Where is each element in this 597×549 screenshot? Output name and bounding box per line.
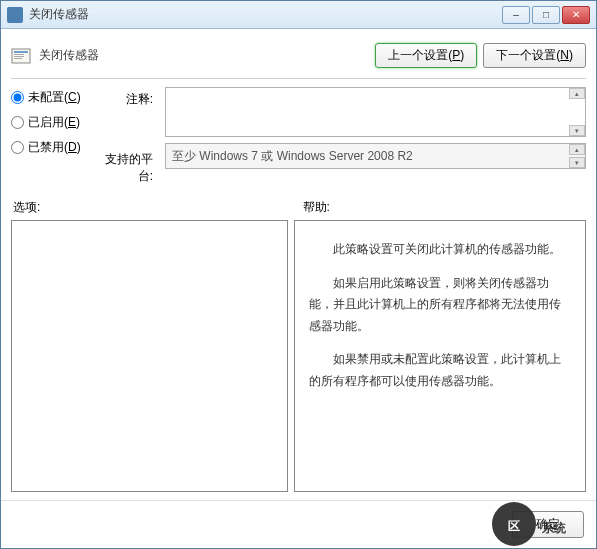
help-panel[interactable]: 此策略设置可关闭此计算机的传感器功能。 如果启用此策略设置，则将关闭传感器功能，… bbox=[294, 220, 587, 492]
svg-rect-3 bbox=[14, 56, 24, 57]
maximize-button[interactable]: □ bbox=[532, 6, 560, 24]
help-label: 帮助: bbox=[299, 199, 587, 216]
app-icon bbox=[7, 7, 23, 23]
platform-field: 至少 Windows 7 或 Windows Server 2008 R2 ▴ … bbox=[165, 143, 586, 169]
radio-group: 未配置(C) 已启用(E) 已禁用(D) bbox=[11, 87, 89, 156]
scroll-up-icon[interactable]: ▴ bbox=[569, 144, 585, 155]
window-controls: – □ ✕ bbox=[502, 6, 590, 24]
radio-not-configured[interactable]: 未配置(C) bbox=[11, 89, 89, 106]
divider bbox=[11, 78, 586, 79]
help-paragraph: 如果禁用或未配置此策略设置，此计算机上的所有程序都可以使用传感器功能。 bbox=[309, 349, 572, 392]
next-setting-button[interactable]: 下一个设置(N) bbox=[483, 43, 586, 68]
radio-not-configured-input[interactable] bbox=[11, 91, 24, 104]
config-row: 未配置(C) 已启用(E) 已禁用(D) 注释: 支持的平台: bbox=[11, 87, 586, 185]
radio-enabled-input[interactable] bbox=[11, 116, 24, 129]
platform-value: 至少 Windows 7 或 Windows Server 2008 R2 bbox=[172, 148, 413, 165]
titlebar[interactable]: 关闭传感器 – □ ✕ bbox=[1, 1, 596, 29]
radio-disabled-input[interactable] bbox=[11, 141, 24, 154]
options-label: 选项: bbox=[11, 199, 299, 216]
field-labels-column: 注释: 支持的平台: bbox=[97, 87, 157, 185]
policy-title: 关闭传感器 bbox=[39, 47, 99, 64]
radio-enabled[interactable]: 已启用(E) bbox=[11, 114, 89, 131]
dialog-window: 关闭传感器 – □ ✕ 关闭传感器 上一个设置(P) 下一个设置(N) bbox=[0, 0, 597, 549]
svg-rect-4 bbox=[14, 58, 22, 59]
ok-button[interactable]: 确定 bbox=[512, 511, 584, 538]
radio-disabled[interactable]: 已禁用(D) bbox=[11, 139, 89, 156]
platform-scrollbar[interactable]: ▴ ▾ bbox=[569, 144, 585, 168]
svg-rect-2 bbox=[14, 54, 24, 55]
fields-column: ▴ ▾ 至少 Windows 7 或 Windows Server 2008 R… bbox=[165, 87, 586, 169]
content-area: 关闭传感器 上一个设置(P) 下一个设置(N) 未配置(C) 已启用(E) bbox=[1, 29, 596, 500]
minimize-button[interactable]: – bbox=[502, 6, 530, 24]
svg-rect-1 bbox=[14, 51, 28, 53]
platform-label: 支持的平台: bbox=[97, 143, 153, 185]
help-paragraph: 此策略设置可关闭此计算机的传感器功能。 bbox=[309, 239, 572, 261]
footer: 确定 bbox=[1, 500, 596, 548]
help-paragraph: 如果启用此策略设置，则将关闭传感器功能，并且此计算机上的所有程序都将无法使用传感… bbox=[309, 273, 572, 338]
close-button[interactable]: ✕ bbox=[562, 6, 590, 24]
previous-setting-button[interactable]: 上一个设置(P) bbox=[375, 43, 477, 68]
panels-row: 此策略设置可关闭此计算机的传感器功能。 如果启用此策略设置，则将关闭传感器功能，… bbox=[11, 220, 586, 492]
comment-scrollbar[interactable]: ▴ ▾ bbox=[569, 88, 585, 136]
comment-label: 注释: bbox=[97, 87, 153, 143]
comment-textarea[interactable]: ▴ ▾ bbox=[165, 87, 586, 137]
policy-icon bbox=[11, 46, 31, 66]
scroll-down-icon[interactable]: ▾ bbox=[569, 157, 585, 168]
header-row: 关闭传感器 上一个设置(P) 下一个设置(N) bbox=[11, 37, 586, 78]
scroll-up-icon[interactable]: ▴ bbox=[569, 88, 585, 99]
scroll-down-icon[interactable]: ▾ bbox=[569, 125, 585, 136]
help-text: 此策略设置可关闭此计算机的传感器功能。 如果启用此策略设置，则将关闭传感器功能，… bbox=[309, 239, 572, 393]
options-panel[interactable] bbox=[11, 220, 288, 492]
section-labels: 选项: 帮助: bbox=[11, 199, 586, 216]
window-title: 关闭传感器 bbox=[29, 6, 502, 23]
